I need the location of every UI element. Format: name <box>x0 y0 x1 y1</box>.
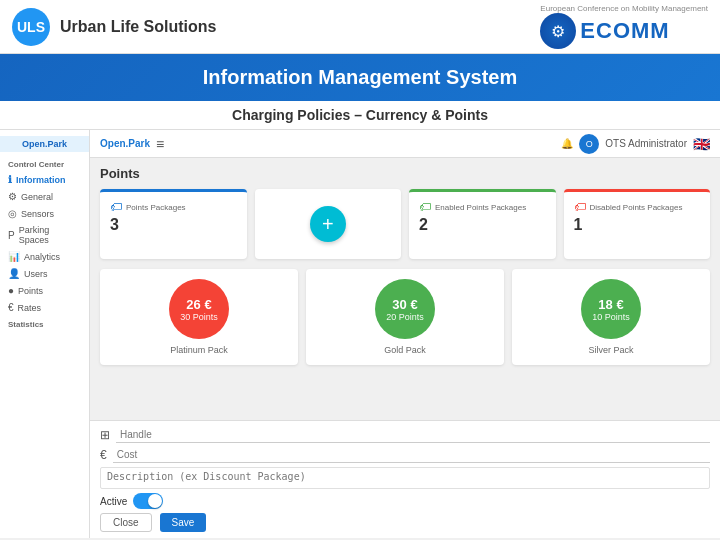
gold-name: Gold Pack <box>384 345 426 355</box>
stat-total-value: 3 <box>110 216 237 234</box>
stat-card-total-label: 🏷 Points Packages <box>110 200 237 214</box>
stat-enabled-label-text: Enabled Points Packages <box>435 203 526 212</box>
platinum-name: Platinum Pack <box>170 345 228 355</box>
logo-text: ULS <box>17 19 45 35</box>
sidebar-item-rates[interactable]: € Rates <box>0 299 89 316</box>
sidebar-item-label: Analytics <box>24 252 60 262</box>
users-icon: 👤 <box>8 268 20 279</box>
platinum-pack-card[interactable]: 26 € 30 Points Platinum Pack <box>100 269 298 365</box>
sidebar-section-statistics: Statistics <box>0 316 89 331</box>
app-title: Urban Life Solutions <box>60 18 216 36</box>
stat-disabled-label-text: Disabled Points Packages <box>590 203 683 212</box>
sidebar-item-analytics[interactable]: 📊 Analytics <box>0 248 89 265</box>
gold-price: 30 € <box>392 297 417 312</box>
points-icon: ● <box>8 285 14 296</box>
sidebar-item-label: Sensors <box>21 209 54 219</box>
sidebar-item-label: General <box>21 192 53 202</box>
user-info: 🔔 O OTS Administrator 🇬🇧 <box>561 134 710 154</box>
stat-card-disabled: 🏷 Disabled Points Packages 1 <box>564 189 711 259</box>
header-left: ULS Urban Life Solutions <box>12 8 216 46</box>
content-wrapper: Open.Park ≡ 🔔 O OTS Administrator 🇬🇧 Poi… <box>90 130 720 538</box>
analytics-icon: 📊 <box>8 251 20 262</box>
close-button[interactable]: Close <box>100 513 152 532</box>
silver-price: 18 € <box>598 297 623 312</box>
user-avatar: O <box>579 134 599 154</box>
active-toggle[interactable] <box>133 493 163 509</box>
stat-card-enabled: 🏷 Enabled Points Packages 2 <box>409 189 556 259</box>
stat-card-enabled-label: 🏷 Enabled Points Packages <box>419 200 546 214</box>
stat-total-label-text: Points Packages <box>126 203 186 212</box>
platinum-points: 30 Points <box>180 312 218 322</box>
sub-banner-title: Charging Policies – Currency & Points <box>232 107 488 123</box>
ecomm-label: ECOMM <box>580 18 669 44</box>
hamburger-menu[interactable]: ≡ <box>156 136 164 152</box>
add-icon: + <box>322 213 334 236</box>
cost-row: € <box>100 447 710 463</box>
stat-enabled-value: 2 <box>419 216 546 234</box>
content-header: Open.Park ≡ 🔔 O OTS Administrator 🇬🇧 <box>90 130 720 158</box>
sidebar-item-label: Parking Spaces <box>19 225 81 245</box>
tag-icon-red: 🏷 <box>574 200 586 214</box>
cost-icon: € <box>100 448 107 462</box>
sidebar-item-label: Users <box>24 269 48 279</box>
sidebar-item-points[interactable]: ● Points <box>0 282 89 299</box>
description-row <box>100 467 710 489</box>
silver-circle: 18 € 10 Points <box>581 279 641 339</box>
handle-row: ⊞ <box>100 427 710 443</box>
sidebar-item-label: Information <box>16 175 66 185</box>
main-layout: Open.Park Control Center ℹ Information ⚙… <box>0 130 720 538</box>
content-nav: Open.Park ≡ <box>100 136 164 152</box>
silver-pack-card[interactable]: 18 € 10 Points Silver Pack <box>512 269 710 365</box>
add-package-card: + <box>255 189 402 259</box>
tag-icon-green: 🏷 <box>419 200 431 214</box>
app-logo: ULS <box>12 8 50 46</box>
sidebar-item-information[interactable]: ℹ Information <box>0 171 89 188</box>
sidebar-item-general[interactable]: ⚙ General <box>0 188 89 205</box>
sensors-icon: ◎ <box>8 208 17 219</box>
rates-icon: € <box>8 302 14 313</box>
stat-cards-row: 🏷 Points Packages 3 + 🏷 Enabled Points P <box>100 189 710 259</box>
general-icon: ⚙ <box>8 191 17 202</box>
stat-card-disabled-label: 🏷 Disabled Points Packages <box>574 200 701 214</box>
sidebar-item-sensors[interactable]: ◎ Sensors <box>0 205 89 222</box>
sidebar: Open.Park Control Center ℹ Information ⚙… <box>0 130 90 538</box>
stat-disabled-value: 1 <box>574 216 701 234</box>
sidebar-item-parking-spaces[interactable]: P Parking Spaces <box>0 222 89 248</box>
bell-icon[interactable]: 🔔 <box>561 138 573 149</box>
active-row: Active <box>100 493 710 509</box>
sidebar-item-label: Rates <box>18 303 42 313</box>
silver-name: Silver Pack <box>588 345 633 355</box>
sidebar-item-label: Points <box>18 286 43 296</box>
user-name: OTS Administrator <box>605 138 687 149</box>
parking-icon: P <box>8 230 15 241</box>
ecomm-subtitle: European Conference on Mobility Manageme… <box>540 4 708 13</box>
save-button[interactable]: Save <box>160 513 207 532</box>
add-package-button[interactable]: + <box>310 206 346 242</box>
tag-icon-blue: 🏷 <box>110 200 122 214</box>
sidebar-item-users[interactable]: 👤 Users <box>0 265 89 282</box>
gold-pack-card[interactable]: 30 € 20 Points Gold Pack <box>306 269 504 365</box>
stat-card-total: 🏷 Points Packages 3 <box>100 189 247 259</box>
app-header: ULS Urban Life Solutions European Confer… <box>0 0 720 54</box>
gold-points: 20 Points <box>386 312 424 322</box>
silver-points: 10 Points <box>592 312 630 322</box>
sidebar-app-label: Open.Park <box>0 136 89 152</box>
flag-icon: 🇬🇧 <box>693 136 710 152</box>
cost-input[interactable] <box>113 447 710 463</box>
sub-banner: Charging Policies – Currency & Points <box>0 101 720 130</box>
openpark-label: Open.Park <box>100 138 150 149</box>
main-banner: Information Management System <box>0 54 720 101</box>
description-textarea[interactable] <box>100 467 710 489</box>
platinum-circle: 26 € 30 Points <box>169 279 229 339</box>
packs-row: 26 € 30 Points Platinum Pack 30 € 20 Poi… <box>100 269 710 365</box>
sidebar-section-control: Control Center <box>0 156 89 171</box>
handle-input[interactable] <box>116 427 710 443</box>
form-buttons: Close Save <box>100 513 710 532</box>
platinum-price: 26 € <box>186 297 211 312</box>
handle-icon: ⊞ <box>100 428 110 442</box>
ecomm-icon: ⚙ <box>540 13 576 49</box>
bottom-form: ⊞ € Active Close Save <box>90 420 720 538</box>
banner-title: Information Management System <box>203 66 518 88</box>
information-icon: ℹ <box>8 174 12 185</box>
gold-circle: 30 € 20 Points <box>375 279 435 339</box>
